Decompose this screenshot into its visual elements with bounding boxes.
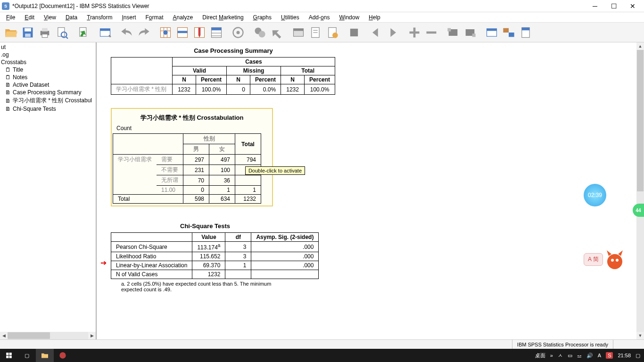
tray-chevron-icon[interactable]: » <box>550 353 553 358</box>
insert-text-icon[interactable] <box>324 25 340 41</box>
system-tray: 桌面 » ㅅ ▭ ⚍ 🔊 A S 21:58 ▢ <box>531 352 644 359</box>
outline-item[interactable]: Crosstabs <box>0 58 96 66</box>
tray-up-icon[interactable]: ㅅ <box>558 352 563 359</box>
ct-count: Count <box>116 125 272 132</box>
output-content[interactable]: Case Processing Summary Cases ValidMissi… <box>97 42 644 339</box>
taskview-icon[interactable]: ▢ <box>18 349 36 362</box>
svg-rect-11 <box>100 28 110 31</box>
select-icon[interactable] <box>269 25 285 41</box>
outline-hscroll[interactable]: ◀ ▶ <box>0 332 96 339</box>
spss-taskbar-icon[interactable] <box>54 349 72 362</box>
redo-icon[interactable] <box>136 25 152 41</box>
print-preview-icon[interactable] <box>54 25 70 41</box>
goto-case-icon[interactable] <box>174 25 190 41</box>
scroll-thumb[interactable] <box>8 332 50 339</box>
tray-wifi-icon[interactable]: ⚍ <box>577 353 582 359</box>
statusbar: IBM SPSS Statistics Processor is ready <box>0 339 644 349</box>
titlebar: S *Output12 [Document12] - IBM SPSS Stat… <box>0 0 644 12</box>
start-button[interactable] <box>0 349 18 362</box>
insert-title-icon[interactable] <box>307 25 323 41</box>
menu-addons[interactable]: Add-ons <box>305 13 334 22</box>
scroll-right-icon[interactable]: ▶ <box>88 332 96 339</box>
recall-dialog-icon[interactable] <box>97 25 113 41</box>
menu-utilities[interactable]: Utilities <box>277 13 304 22</box>
scroll-left-icon[interactable]: ◀ <box>0 332 8 339</box>
svg-rect-29 <box>294 28 304 31</box>
tray-desktop[interactable]: 桌面 <box>535 352 545 359</box>
outline-item[interactable]: 🗎Case Processing Summary <box>0 89 96 96</box>
scroll-up-icon[interactable]: ▲ <box>636 42 644 50</box>
menu-data[interactable]: Data <box>61 13 82 22</box>
menu-analyze[interactable]: Analyze <box>169 13 198 22</box>
menu-direct-marketing[interactable]: Direct Marketing <box>198 13 248 22</box>
close-item-icon[interactable] <box>346 25 362 41</box>
export-icon[interactable] <box>75 25 91 41</box>
menu-edit[interactable]: Edit <box>20 13 39 22</box>
goto-variable-icon[interactable] <box>191 25 207 41</box>
associate-icon[interactable] <box>501 25 517 41</box>
outline-pane[interactable]: ut.ogCrosstabs🗒Title🗒Notes🗎Active Datase… <box>0 42 97 339</box>
vscroll-thumb[interactable] <box>637 50 644 191</box>
menu-help[interactable]: Help <box>364 13 385 22</box>
goto-data-icon[interactable] <box>157 25 173 41</box>
menu-format[interactable]: Format <box>141 13 168 22</box>
cps-title: Case Processing Summary <box>111 47 356 54</box>
svg-rect-49 <box>6 353 8 355</box>
insert-heading-icon[interactable] <box>290 25 306 41</box>
undo-icon[interactable] <box>119 25 135 41</box>
svg-point-27 <box>259 31 265 37</box>
outline-item[interactable]: .og <box>0 51 96 58</box>
green-badge[interactable]: 44 <box>633 204 644 217</box>
demote-icon[interactable] <box>462 25 478 41</box>
menu-transform[interactable]: Transform <box>83 13 116 22</box>
maximize-button[interactable]: ☐ <box>604 1 623 11</box>
ct-table: 性别Total 男女 学习小组需求需要297497794不需要231100无所谓… <box>113 133 261 204</box>
print-icon[interactable] <box>37 25 53 41</box>
variables-icon[interactable] <box>208 25 224 41</box>
tray-notifications-icon[interactable]: ▢ <box>636 353 640 359</box>
menu-insert[interactable]: Insert <box>117 13 140 22</box>
svg-point-25 <box>237 31 240 34</box>
tray-ime-a-icon[interactable]: A <box>598 353 601 358</box>
open-icon[interactable] <box>3 25 19 41</box>
crosstab-box[interactable]: 学习小组需求 * 性别 Crosstabulation Count 性别Tota… <box>111 108 273 206</box>
tray-sogou-icon[interactable]: S <box>606 352 613 359</box>
select-last-icon[interactable] <box>230 25 246 41</box>
clock-widget[interactable]: 02:39 <box>584 184 606 206</box>
expand-icon[interactable] <box>406 25 422 41</box>
svg-rect-44 <box>487 28 497 31</box>
explorer-icon[interactable] <box>36 349 54 362</box>
close-button[interactable]: ✕ <box>623 1 642 11</box>
tray-volume-icon[interactable]: 🔊 <box>586 353 593 359</box>
ime-label[interactable]: A 简 <box>584 253 603 266</box>
tray-battery-icon[interactable]: ▭ <box>568 353 572 359</box>
run-icon[interactable] <box>252 25 268 41</box>
outline-item[interactable]: 🗒Title <box>0 66 96 74</box>
outline-item[interactable]: 🗎Chi-Square Tests <box>0 105 96 113</box>
menu-view[interactable]: View <box>40 13 60 22</box>
content-vscroll[interactable]: ▲ ▼ <box>636 42 644 339</box>
outline-item[interactable]: 🗒Notes <box>0 74 96 81</box>
ime-widget[interactable]: A 简 <box>584 245 636 273</box>
menu-window[interactable]: Window <box>335 13 363 22</box>
back-icon[interactable] <box>368 25 384 41</box>
forward-icon[interactable] <box>385 25 401 41</box>
svg-rect-52 <box>9 356 12 358</box>
promote-icon[interactable] <box>445 25 461 41</box>
designate-window-icon[interactable] <box>484 25 500 41</box>
outline-item[interactable]: 🗎学习小组需求 * 性别 Crosstabul <box>0 96 96 105</box>
collapse-icon[interactable] <box>423 25 439 41</box>
cps-table: Cases ValidMissingTotal NPercent NPercen… <box>111 57 335 95</box>
menu-graphs[interactable]: Graphs <box>249 13 276 22</box>
tray-clock[interactable]: 21:58 <box>618 353 631 358</box>
svg-rect-51 <box>6 356 8 358</box>
outline-item[interactable]: ut <box>0 43 96 51</box>
outline-item[interactable]: 🗎Active Dataset <box>0 81 96 89</box>
save-icon[interactable] <box>20 25 36 41</box>
fox-mascot-icon <box>603 247 627 271</box>
menu-file[interactable]: File <box>2 13 19 22</box>
scroll-down-icon[interactable]: ▼ <box>636 332 644 339</box>
create-edit-icon[interactable] <box>518 25 534 41</box>
chi-title: Chi-Square Tests <box>111 222 299 230</box>
minimize-button[interactable]: ─ <box>586 1 604 11</box>
